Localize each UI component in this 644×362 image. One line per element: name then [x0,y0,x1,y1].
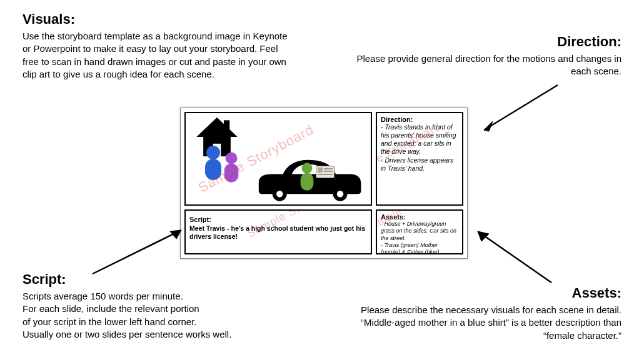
cell-direction: Direction: - Travis stands in front of h… [376,112,463,206]
svg-rect-2 [224,120,229,133]
visuals-title: Visuals: [23,11,291,28]
cell-script-heading: Script: [189,216,211,223]
cell-direction-heading: Direction: [381,116,458,123]
assets-label: Assets: Please describe the necessary vi… [340,285,621,342]
assets-body: Please describe the necessary visuals fo… [340,304,621,342]
visuals-body: Use the storyboard template as a backgro… [23,30,291,81]
travis-icon [297,162,317,194]
svg-marker-0 [196,118,238,137]
cell-direction-line: - Drivers license appears in Travis' han… [381,156,458,173]
mother-icon [221,151,242,186]
svg-marker-17 [478,231,489,241]
arrow-direction [475,81,563,138]
svg-line-16 [478,231,551,283]
license-icon [316,166,335,178]
svg-point-6 [226,153,238,164]
cell-assets: Assets: - House + Driveway/green grass o… [376,209,463,254]
cell-assets-heading: Assets: [381,213,458,221]
cell-assets-line: - House + Driveway/green grass on the si… [381,221,458,242]
scene-illustration: Sample Storyboard [186,113,371,204]
svg-point-11 [337,191,344,198]
svg-point-4 [206,146,220,159]
svg-rect-13 [301,173,314,191]
direction-body: Please provide general direction for the… [353,53,621,78]
script-label: Script: Scripts average 150 words per mi… [23,271,291,341]
svg-point-12 [302,163,313,174]
direction-label: Direction: Please provide general direct… [353,34,621,78]
cell-script: Script: Meet Travis - he's a high school… [184,209,372,254]
svg-line-14 [484,85,558,130]
arrow-script [88,225,188,278]
svg-line-18 [93,230,181,274]
storyboard-card: Sample Storyboard Direction: - Travis st… [180,108,468,259]
cell-visual: Sample Storyboard [184,112,372,206]
svg-rect-7 [224,163,239,182]
script-body: Scripts average 150 words per minute. Fo… [23,290,291,341]
visuals-label: Visuals: Use the storyboard template as … [23,11,291,81]
direction-title: Direction: [353,34,621,50]
svg-rect-5 [205,159,221,180]
svg-point-9 [276,191,283,198]
cell-script-body: Meet Travis - he's a high school student… [189,224,367,241]
arrow-assets [471,225,559,288]
cell-assets-line: - Travis (green) Mother (purple) & Fathe… [381,242,458,254]
cell-direction-line: - Travis stands in front of his parents'… [381,123,458,156]
